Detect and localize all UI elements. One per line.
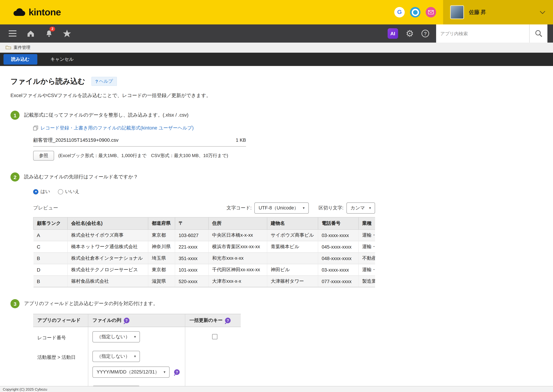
cell: 神奈川県 [148, 241, 175, 252]
file-size: 1 KB [236, 138, 246, 143]
google-icon[interactable]: G [394, 7, 405, 17]
cell: サイボウズ商事ビル [267, 230, 318, 241]
date-format-select[interactable]: YYYY/MM/DD（2025/12/31） ▼ [92, 366, 170, 378]
chevron-down-icon: ▼ [302, 206, 305, 210]
col-header: 電話番号 [318, 217, 359, 230]
gear-icon[interactable]: ⚙ [406, 29, 414, 38]
kintone-logo[interactable]: kintone [13, 7, 61, 18]
cell: B [33, 252, 68, 264]
intro-text: ExcelファイルやCSVファイルを読み込むことで、レコードの一括登録／更新がで… [10, 92, 553, 99]
preview-label: プレビュー [33, 205, 58, 211]
step-3-text: アプリのフィールドと読み込むデータの列を対応付けます。 [24, 301, 158, 307]
help-icon[interactable]: ? [422, 30, 429, 37]
search-button[interactable] [529, 24, 547, 42]
col-header: 都道府県 [148, 217, 175, 230]
cell: 運輸・通 [359, 264, 375, 276]
col-update-key-label: 一括更新のキー [189, 317, 223, 324]
home-icon[interactable] [22, 24, 40, 42]
chevron-down-icon: ▼ [133, 355, 137, 358]
mail-icon[interactable] [426, 7, 436, 17]
nav-left-icons: 2 [3, 24, 76, 42]
delimiter-select[interactable]: カンマ ▼ [346, 203, 375, 214]
cancel-button[interactable]: キャンセル [50, 56, 74, 63]
help-bubble-icon[interactable]: ? [124, 318, 129, 323]
col-header: 住所 [208, 217, 267, 230]
notifications-bell-icon[interactable]: 2 [40, 24, 58, 42]
col-file-column-label: ファイルの列 [92, 317, 121, 324]
nav-right: AI ⚙ ? [387, 24, 553, 42]
help-link[interactable]: ? ヘルプ [91, 77, 117, 86]
cell: 221-xxxx [175, 241, 208, 252]
cell: 滋賀県 [148, 276, 175, 287]
cell: 東京都 [148, 230, 175, 241]
help-bubble-icon[interactable]: ? [174, 369, 180, 375]
envelope-glyph [428, 10, 434, 14]
cell: 03-xxxx-xxxx [318, 230, 359, 241]
col-header: 〒 [175, 217, 208, 230]
hamburger-menu-icon[interactable] [3, 24, 22, 42]
column-select[interactable]: （指定しない） ▼ [92, 351, 140, 362]
chevron-down-icon [540, 9, 545, 15]
help-bubble-icon[interactable]: ? [225, 318, 231, 323]
chevron-down-icon: ▼ [133, 335, 137, 339]
file-limit-note: (Excelブック形式：最大1MB、1,000行まで CSV形式：最大100 M… [58, 153, 228, 159]
question-mark-icon: ? [95, 79, 98, 84]
cell: 03-xxxx-xxxx [318, 264, 359, 276]
import-button[interactable]: 読み込む [3, 54, 37, 65]
cell: C [33, 241, 68, 252]
search-input[interactable] [436, 24, 529, 42]
radio-no[interactable]: いいえ [58, 189, 80, 195]
ring-glyph [412, 8, 419, 16]
charset-label: 文字コード: [227, 205, 252, 211]
quick-launch-icons: G [394, 7, 436, 17]
column-select-value: （指定しない） [97, 334, 130, 340]
charset-select[interactable]: UTF-8（Unicode） ▼ [254, 203, 309, 214]
col-file-column: ファイルの列 ? [88, 314, 185, 327]
step-1-text: 記載形式に従ってファイルのデータを整形し、読み込みます。(.xlsx / .cs… [24, 112, 188, 118]
top-bar: kintone G 佐藤 昇 [0, 0, 553, 24]
app-name-link[interactable]: 案件管理 [14, 44, 30, 50]
copyright-text: Copyright (C) 2025 Cybozu [3, 387, 47, 391]
step-2: 2 読み込むファイルの先頭行はフィールド名ですか？ [10, 172, 553, 182]
radio-yes[interactable]: はい [33, 189, 50, 195]
circle-app-icon[interactable] [410, 7, 420, 17]
column-select[interactable]: （指定しない） ▼ [92, 331, 140, 343]
cell: 東京都 [148, 264, 175, 276]
radio-no-control[interactable] [58, 189, 63, 194]
page: kintone G 佐藤 昇 [0, 0, 553, 392]
step-1-number: 1 [10, 111, 20, 120]
ai-assistant-icon[interactable]: AI [387, 28, 398, 39]
radio-yes-control[interactable] [33, 189, 38, 194]
header-row-radios: はい いいえ [33, 189, 553, 195]
cell: 株式会社テクノロジーサービス [68, 264, 148, 276]
col-header: 会社名(会社名) [68, 217, 148, 230]
table-row: B 株式会社倉本インターナショナル 埼玉県 351-xxxx 和光市xxx-x-… [33, 252, 375, 264]
favorites-star-icon[interactable] [58, 24, 76, 42]
delimiter-value: カンマ [351, 205, 365, 211]
cell: 520-xxxx [175, 276, 208, 287]
cell: 製造業 [359, 276, 375, 287]
col-header: 顧客ランク [33, 217, 68, 230]
avatar [450, 5, 464, 19]
cell: 青葉橋本ビル [267, 241, 318, 252]
cell: 045-xxxx-xxxx [318, 241, 359, 252]
step-3-number: 3 [10, 299, 20, 308]
cell: 和光市xxx-x-xx [208, 252, 267, 264]
user-menu[interactable]: 佐藤 昇 [443, 0, 553, 24]
format-help-link[interactable]: レコード登録・上書き用のファイルの記載形式(kintone ユーザーヘルプ) [41, 125, 194, 131]
brand-name: kintone [29, 7, 61, 18]
field-label: 活動履歴 > 活動日 [33, 347, 88, 382]
main-content: ファイルから読み込む ? ヘルプ ExcelファイルやCSVファイルを読み込むこ… [0, 77, 553, 392]
app-folder-icon [6, 45, 11, 49]
cell: 大津市xxx-x-x [208, 276, 267, 287]
update-key-checkbox[interactable] [212, 334, 217, 339]
cell [267, 252, 318, 264]
table-row: C 橋本ネットワーク通信株式会社 神奈川県 221-xxxx 横浜市青葉区xxx… [33, 241, 375, 252]
cell: B [33, 276, 68, 287]
browse-button[interactable]: 参照 [33, 151, 54, 161]
page-title: ファイルから読み込む [10, 77, 85, 86]
col-header: 業種 [359, 217, 375, 230]
app-search [436, 24, 547, 42]
user-name: 佐藤 昇 [469, 9, 486, 15]
cell: 不動産業 [359, 252, 375, 264]
